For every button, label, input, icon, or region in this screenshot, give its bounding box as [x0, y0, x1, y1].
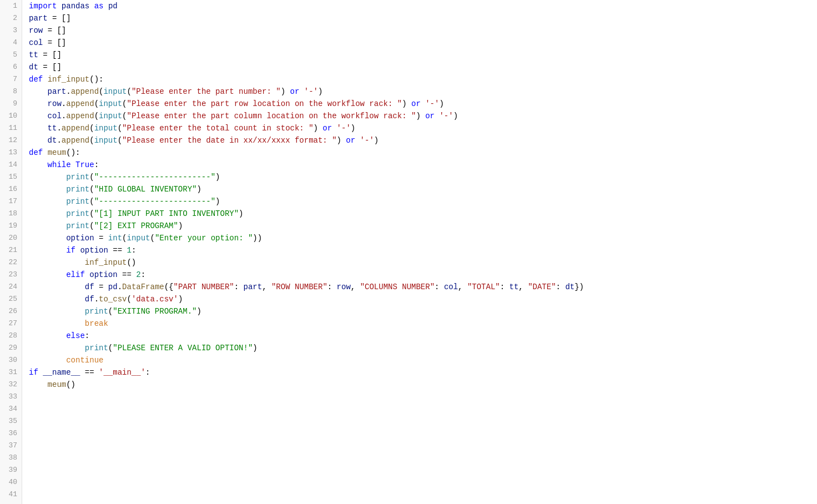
code-line-36: continue: [29, 354, 817, 366]
ln-2: 2: [4, 12, 17, 24]
ln-27: 27: [4, 317, 17, 330]
ln-38: 38: [4, 452, 17, 464]
ln-10: 10: [4, 110, 17, 122]
code-line-13: col.append(input("Please enter the part …: [29, 110, 817, 122]
ln-15: 15: [4, 171, 17, 183]
code-line-27: if option == 1:: [29, 244, 817, 256]
code-line-4: row = []: [29, 24, 817, 37]
code-line-30: df = pd.DataFrame({"PART NUMBER": part, …: [29, 281, 817, 293]
ln-35: 35: [4, 415, 17, 427]
ln-23: 23: [4, 269, 17, 281]
ln-34: 34: [4, 403, 17, 415]
code-editor: 1 2 3 4 5 6 7 8 9 10 11 12 13 14 15 16 1…: [0, 0, 817, 504]
ln-24: 24: [4, 281, 17, 293]
code-line-22: print("------------------------"): [29, 195, 817, 208]
ln-30: 30: [4, 354, 17, 366]
ln-7: 7: [4, 73, 17, 85]
ln-13: 13: [4, 147, 17, 159]
ln-12: 12: [4, 134, 17, 147]
code-line-12: row.append(input("Please enter the part …: [29, 98, 817, 110]
code-line-39: if __name__ == '__main__':: [29, 366, 817, 379]
code-line-32: print("EXITING PROGRAM."): [29, 305, 817, 317]
ln-11: 11: [4, 122, 17, 134]
ln-17: 17: [4, 195, 17, 208]
code-line-5: col = []: [29, 37, 817, 49]
ln-28: 28: [4, 330, 17, 342]
ln-1: 1: [4, 0, 17, 12]
ln-4: 4: [4, 37, 17, 49]
ln-36: 36: [4, 427, 17, 440]
ln-20: 20: [4, 232, 17, 244]
ln-39: 39: [4, 464, 17, 476]
ln-31: 31: [4, 366, 17, 379]
ln-33: 33: [4, 391, 17, 403]
ln-16: 16: [4, 183, 17, 195]
code-line-21: print("HID GLOBAL INVENTORY"): [29, 183, 817, 195]
ln-26: 26: [4, 305, 17, 317]
code-line-18: def meum():: [29, 147, 817, 159]
code-line-24: print("[2] EXIT PROGRAM"): [29, 220, 817, 232]
code-line-3: part = []: [29, 12, 817, 24]
code-line-23: print("[1] INPUT PART INTO INVENTORY"): [29, 208, 817, 220]
code-line-40: meum(): [29, 379, 817, 391]
ln-14: 14: [4, 159, 17, 171]
line-numbers: 1 2 3 4 5 6 7 8 9 10 11 12 13 14 15 16 1…: [0, 0, 22, 504]
ln-6: 6: [4, 61, 17, 73]
code-line-31: df.to_csv('data.csv'): [29, 293, 817, 305]
ln-22: 22: [4, 256, 17, 269]
code-line-6: tt = []: [29, 49, 817, 61]
code-line-15: dt.append(input("Please enter the date i…: [29, 134, 817, 147]
ln-21: 21: [4, 244, 17, 256]
code-line-29: elif option == 2:: [29, 269, 817, 281]
ln-25: 25: [4, 293, 17, 305]
code-line-14: tt.append(input("Please enter the total …: [29, 122, 817, 134]
code-line-20: print("------------------------"): [29, 171, 817, 183]
ln-32: 32: [4, 379, 17, 391]
code-line-34: else:: [29, 330, 817, 342]
code-line-28: inf_input(): [29, 256, 817, 269]
code-line-11: part.append(input("Please enter the part…: [29, 85, 817, 98]
ln-37: 37: [4, 440, 17, 452]
ln-18: 18: [4, 208, 17, 220]
code-line-35: print("PLEASE ENTER A VALID OPTION!"): [29, 342, 817, 354]
code-line-19: while True:: [29, 159, 817, 171]
ln-8: 8: [4, 85, 17, 98]
code-line-33: break: [29, 317, 817, 330]
code-line-26: option = int(input("Enter your option: "…: [29, 232, 817, 244]
ln-41: 41: [4, 488, 17, 501]
ln-3: 3: [4, 24, 17, 37]
code-line-1: import pandas as pd: [29, 0, 817, 12]
ln-5: 5: [4, 49, 17, 61]
ln-29: 29: [4, 342, 17, 354]
ln-19: 19: [4, 220, 17, 232]
code-text[interactable]: import pandas as pd part = [] row = [] c…: [22, 0, 817, 504]
ln-9: 9: [4, 98, 17, 110]
code-line-10: def inf_input():: [29, 73, 817, 85]
code-line-7: dt = []: [29, 61, 817, 73]
ln-40: 40: [4, 476, 17, 488]
